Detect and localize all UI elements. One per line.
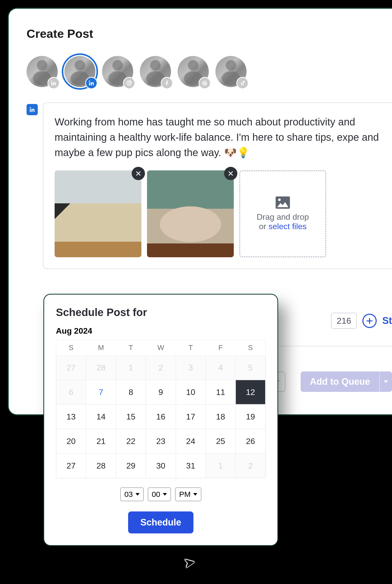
chevron-down-icon bbox=[136, 493, 140, 496]
image-icon bbox=[276, 196, 290, 209]
calendar-day[interactable]: 7 bbox=[86, 380, 116, 404]
dropzone-text: Drag and drop or select files bbox=[257, 212, 309, 231]
compose-toolbar: 216 St bbox=[331, 313, 392, 329]
calendar-day[interactable]: 10 bbox=[176, 380, 206, 404]
tiktok-icon bbox=[236, 77, 249, 89]
calendar-day: 3 bbox=[176, 355, 206, 380]
calendar-day[interactable]: 11 bbox=[206, 380, 236, 404]
svg-point-1 bbox=[51, 80, 52, 82]
calendar-day: 1 bbox=[206, 453, 236, 478]
calendar-day: 2 bbox=[146, 355, 176, 380]
start-label[interactable]: St bbox=[382, 315, 392, 326]
calendar-day[interactable]: 8 bbox=[116, 380, 146, 404]
character-count: 216 bbox=[331, 313, 357, 329]
chevron-down-icon bbox=[193, 493, 197, 496]
chevron-down-icon bbox=[163, 493, 167, 496]
action-row: Add to Queue bbox=[269, 371, 392, 392]
linkedin-icon bbox=[27, 104, 38, 115]
calendar-day[interactable]: 21 bbox=[86, 429, 116, 453]
schedule-button[interactable]: Schedule bbox=[128, 511, 193, 533]
account-facebook[interactable] bbox=[140, 56, 171, 87]
weekday-label: S bbox=[236, 340, 265, 355]
minute-select[interactable]: 00 bbox=[148, 487, 171, 501]
instagram-icon bbox=[123, 77, 135, 89]
calendar-day[interactable]: 27 bbox=[56, 453, 86, 478]
schedule-title: Schedule Post for bbox=[56, 306, 266, 319]
account-pinterest[interactable] bbox=[178, 56, 209, 87]
weekday-label: T bbox=[176, 340, 206, 355]
calendar-day[interactable]: 20 bbox=[56, 429, 86, 453]
chevron-down-icon bbox=[384, 380, 388, 383]
account-linkedin[interactable] bbox=[27, 56, 58, 87]
calendar-weekdays: SMTWTFS bbox=[56, 340, 265, 355]
account-instagram[interactable] bbox=[102, 56, 133, 87]
calendar-day: 28 bbox=[86, 355, 116, 380]
compose-box[interactable]: Working from home has taught me so much … bbox=[43, 102, 392, 269]
calendar-day[interactable]: 19 bbox=[236, 404, 265, 429]
ampm-select[interactable]: PM bbox=[175, 487, 201, 501]
calendar-day[interactable]: 25 bbox=[206, 429, 236, 453]
calendar-day[interactable]: 9 bbox=[146, 380, 176, 404]
svg-point-8 bbox=[30, 107, 31, 108]
account-linkedin[interactable] bbox=[64, 56, 95, 87]
weekday-label: T bbox=[116, 340, 146, 355]
calendar-day[interactable]: 14 bbox=[86, 404, 116, 429]
post-text[interactable]: Working from home has taught me so much … bbox=[55, 114, 392, 160]
svg-point-6 bbox=[130, 81, 131, 82]
schedule-popup: Schedule Post for Aug 2024 SMTWTFS 27281… bbox=[43, 294, 278, 546]
calendar-day[interactable]: 26 bbox=[236, 429, 265, 453]
attachments: Drag and drop or select files bbox=[55, 170, 392, 257]
calendar-month: Aug 2024 bbox=[56, 326, 266, 336]
add-to-queue-button[interactable]: Add to Queue bbox=[301, 371, 392, 392]
weekday-label: S bbox=[56, 340, 86, 355]
time-picker: 03 00 PM bbox=[56, 487, 266, 501]
remove-attachment-button[interactable] bbox=[132, 167, 145, 180]
attachment-image-1[interactable] bbox=[55, 170, 141, 257]
calendar-day[interactable]: 12 bbox=[236, 380, 265, 404]
pinterest-icon bbox=[199, 77, 211, 89]
calendar-day: 27 bbox=[56, 355, 86, 380]
calendar-day[interactable]: 22 bbox=[116, 429, 146, 453]
calendar-day[interactable]: 29 bbox=[116, 453, 146, 478]
calendar-day[interactable]: 30 bbox=[146, 453, 176, 478]
calendar-day[interactable]: 23 bbox=[146, 429, 176, 453]
linkedin-icon bbox=[85, 77, 97, 89]
attachment-image-2[interactable] bbox=[147, 170, 234, 257]
calendar-day: 1 bbox=[116, 355, 146, 380]
remove-attachment-button[interactable] bbox=[224, 167, 237, 180]
svg-rect-7 bbox=[30, 109, 31, 112]
calendar-day[interactable]: 16 bbox=[146, 404, 176, 429]
weekday-label: W bbox=[146, 340, 176, 355]
upload-dropzone[interactable]: Drag and drop or select files bbox=[239, 170, 326, 257]
calendar-day[interactable]: 31 bbox=[176, 453, 206, 478]
add-button[interactable] bbox=[362, 314, 377, 328]
page-title: Create Post bbox=[27, 27, 392, 41]
svg-rect-0 bbox=[51, 82, 52, 85]
calendar-day: 5 bbox=[236, 355, 265, 380]
svg-point-5 bbox=[128, 82, 130, 84]
linkedin-icon bbox=[47, 77, 60, 89]
calendar-day: 6 bbox=[56, 380, 86, 404]
weekday-label: F bbox=[206, 340, 236, 355]
account-selector bbox=[27, 56, 392, 87]
weekday-label: M bbox=[86, 340, 116, 355]
facebook-icon bbox=[161, 77, 173, 89]
calendar-day[interactable]: 18 bbox=[206, 404, 236, 429]
calendar: SMTWTFS 27281234567891011121314151617181… bbox=[56, 340, 266, 478]
hour-select[interactable]: 03 bbox=[120, 487, 143, 501]
calendar-day[interactable]: 15 bbox=[116, 404, 146, 429]
queue-dropdown-toggle[interactable] bbox=[379, 371, 392, 392]
select-files-link[interactable]: select files bbox=[268, 222, 307, 231]
account-tiktok[interactable] bbox=[215, 56, 247, 87]
calendar-day[interactable]: 24 bbox=[176, 429, 206, 453]
cursor-icon: ➤ bbox=[182, 554, 197, 571]
calendar-day[interactable]: 13 bbox=[56, 404, 86, 429]
calendar-day[interactable]: 28 bbox=[86, 453, 116, 478]
calendar-day: 4 bbox=[206, 355, 236, 380]
calendar-day[interactable]: 17 bbox=[176, 404, 206, 429]
svg-point-3 bbox=[89, 80, 90, 82]
calendar-day: 2 bbox=[236, 453, 265, 478]
svg-rect-2 bbox=[89, 82, 90, 85]
